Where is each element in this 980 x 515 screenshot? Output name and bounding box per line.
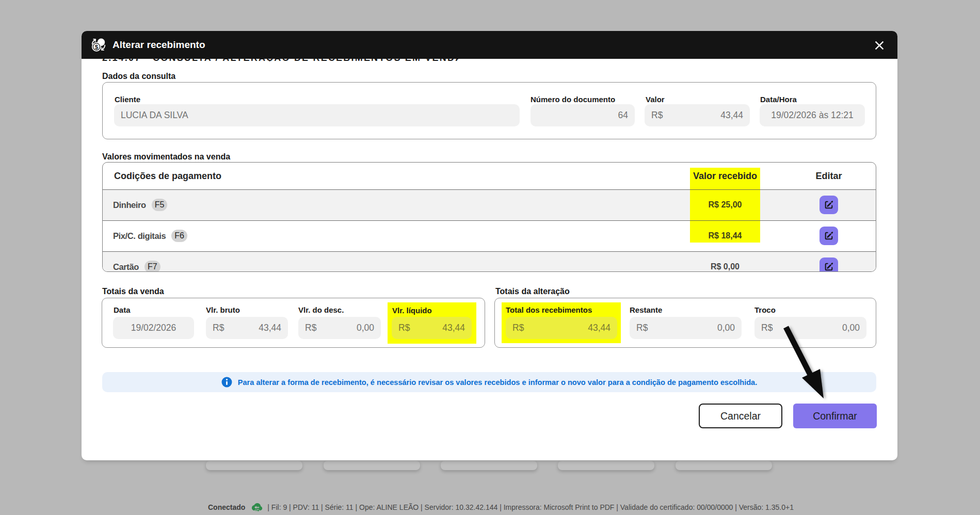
- svg-text:$: $: [95, 44, 99, 50]
